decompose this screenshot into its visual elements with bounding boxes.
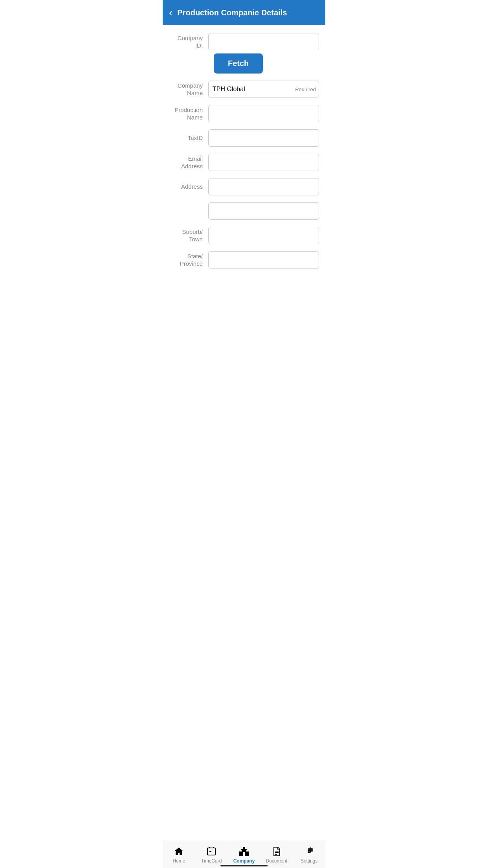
email-address-row: Email Address: [169, 154, 319, 171]
state-province-input[interactable]: [208, 251, 319, 268]
company-name-input[interactable]: [208, 81, 319, 98]
back-button[interactable]: ‹: [169, 7, 172, 18]
state-province-label: State/ Province: [169, 252, 208, 268]
company-id-input[interactable]: [208, 33, 319, 50]
address2-row: [169, 202, 319, 220]
state-province-row: State/ Province: [169, 251, 319, 268]
main-content: Company ID: Fetch Company Name Required …: [163, 25, 325, 311]
production-name-row: Production Name: [169, 105, 319, 122]
address2-input-wrap: [208, 202, 319, 220]
production-name-label: Production Name: [169, 106, 208, 121]
suburb-town-row: Suburb/ Town: [169, 227, 319, 244]
company-name-row: Company Name Required: [169, 81, 319, 98]
fetch-button[interactable]: Fetch: [214, 53, 263, 74]
tax-id-input-wrap: [208, 129, 319, 147]
email-address-input-wrap: [208, 154, 319, 171]
address2-input[interactable]: [208, 202, 319, 220]
tax-id-label: TaxID: [169, 134, 208, 142]
production-name-input-wrap: [208, 105, 319, 122]
suburb-town-label: Suburb/ Town: [169, 228, 208, 243]
email-address-input[interactable]: [208, 154, 319, 171]
page-title: Production Companie Details: [177, 8, 287, 17]
address-input[interactable]: [208, 178, 319, 195]
address-label: Address: [169, 183, 208, 191]
company-name-input-wrap: Required: [208, 81, 319, 98]
company-id-input-wrap: [208, 33, 319, 50]
header: ‹ Production Companie Details: [163, 0, 325, 25]
company-id-label: Company ID:: [169, 34, 208, 50]
state-province-input-wrap: [208, 251, 319, 268]
company-name-label: Company Name: [169, 82, 208, 97]
tax-id-row: TaxID: [169, 129, 319, 147]
fetch-row: Fetch: [169, 53, 319, 74]
tax-id-input[interactable]: [208, 129, 319, 147]
company-id-row: Company ID:: [169, 33, 319, 50]
production-name-input[interactable]: [208, 105, 319, 122]
address-input-wrap: [208, 178, 319, 195]
suburb-town-input[interactable]: [208, 227, 319, 244]
email-address-label: Email Address: [169, 155, 208, 170]
address-row: Address: [169, 178, 319, 195]
suburb-town-input-wrap: [208, 227, 319, 244]
